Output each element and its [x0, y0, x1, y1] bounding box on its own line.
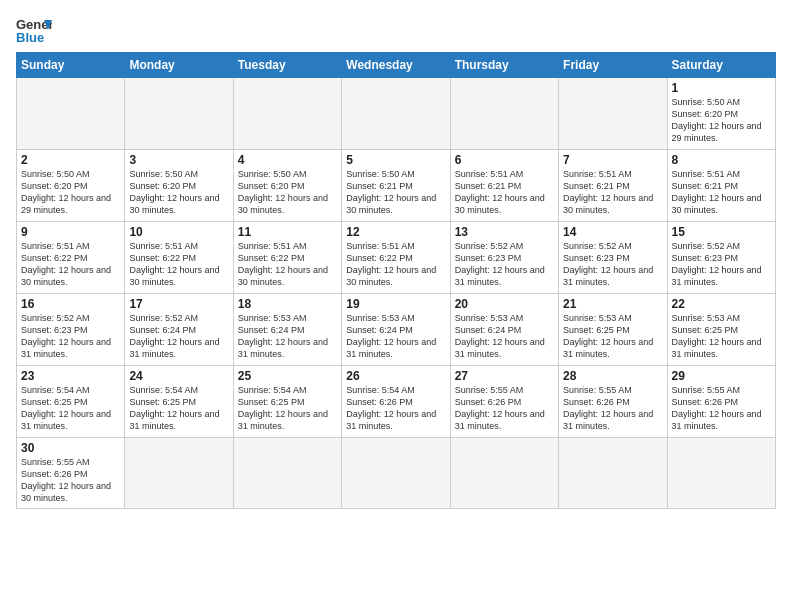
weekday-header-saturday: Saturday: [667, 53, 775, 78]
calendar-cell: 25Sunrise: 5:54 AM Sunset: 6:25 PM Dayli…: [233, 366, 341, 438]
calendar-week-row: 16Sunrise: 5:52 AM Sunset: 6:23 PM Dayli…: [17, 294, 776, 366]
day-number: 24: [129, 369, 228, 383]
calendar-cell: [125, 438, 233, 509]
day-number: 20: [455, 297, 554, 311]
day-info: Sunrise: 5:54 AM Sunset: 6:25 PM Dayligh…: [238, 384, 337, 433]
calendar-cell: [125, 78, 233, 150]
day-info: Sunrise: 5:51 AM Sunset: 6:21 PM Dayligh…: [563, 168, 662, 217]
day-info: Sunrise: 5:52 AM Sunset: 6:23 PM Dayligh…: [455, 240, 554, 289]
day-number: 14: [563, 225, 662, 239]
day-info: Sunrise: 5:50 AM Sunset: 6:20 PM Dayligh…: [238, 168, 337, 217]
calendar-cell: [233, 438, 341, 509]
day-number: 30: [21, 441, 120, 455]
day-info: Sunrise: 5:54 AM Sunset: 6:25 PM Dayligh…: [21, 384, 120, 433]
calendar-cell: 16Sunrise: 5:52 AM Sunset: 6:23 PM Dayli…: [17, 294, 125, 366]
calendar-cell: [342, 438, 450, 509]
calendar-table: SundayMondayTuesdayWednesdayThursdayFrid…: [16, 52, 776, 509]
day-info: Sunrise: 5:53 AM Sunset: 6:25 PM Dayligh…: [563, 312, 662, 361]
day-number: 16: [21, 297, 120, 311]
day-info: Sunrise: 5:50 AM Sunset: 6:21 PM Dayligh…: [346, 168, 445, 217]
calendar-cell: 13Sunrise: 5:52 AM Sunset: 6:23 PM Dayli…: [450, 222, 558, 294]
calendar-cell: [667, 438, 775, 509]
day-info: Sunrise: 5:52 AM Sunset: 6:23 PM Dayligh…: [563, 240, 662, 289]
calendar-cell: 20Sunrise: 5:53 AM Sunset: 6:24 PM Dayli…: [450, 294, 558, 366]
calendar-cell: 22Sunrise: 5:53 AM Sunset: 6:25 PM Dayli…: [667, 294, 775, 366]
calendar-cell: [559, 78, 667, 150]
header: General Blue: [16, 16, 776, 44]
day-info: Sunrise: 5:53 AM Sunset: 6:24 PM Dayligh…: [238, 312, 337, 361]
day-info: Sunrise: 5:53 AM Sunset: 6:24 PM Dayligh…: [346, 312, 445, 361]
day-info: Sunrise: 5:53 AM Sunset: 6:24 PM Dayligh…: [455, 312, 554, 361]
day-number: 15: [672, 225, 771, 239]
day-number: 28: [563, 369, 662, 383]
calendar-week-row: 30Sunrise: 5:55 AM Sunset: 6:26 PM Dayli…: [17, 438, 776, 509]
calendar-cell: 10Sunrise: 5:51 AM Sunset: 6:22 PM Dayli…: [125, 222, 233, 294]
calendar-cell: [450, 438, 558, 509]
calendar-cell: 1Sunrise: 5:50 AM Sunset: 6:20 PM Daylig…: [667, 78, 775, 150]
day-number: 13: [455, 225, 554, 239]
day-number: 19: [346, 297, 445, 311]
day-info: Sunrise: 5:52 AM Sunset: 6:23 PM Dayligh…: [672, 240, 771, 289]
day-info: Sunrise: 5:52 AM Sunset: 6:24 PM Dayligh…: [129, 312, 228, 361]
calendar-week-row: 23Sunrise: 5:54 AM Sunset: 6:25 PM Dayli…: [17, 366, 776, 438]
day-number: 21: [563, 297, 662, 311]
calendar-cell: 28Sunrise: 5:55 AM Sunset: 6:26 PM Dayli…: [559, 366, 667, 438]
day-info: Sunrise: 5:55 AM Sunset: 6:26 PM Dayligh…: [455, 384, 554, 433]
day-info: Sunrise: 5:51 AM Sunset: 6:21 PM Dayligh…: [672, 168, 771, 217]
calendar-cell: [17, 78, 125, 150]
calendar-cell: 8Sunrise: 5:51 AM Sunset: 6:21 PM Daylig…: [667, 150, 775, 222]
calendar-cell: 11Sunrise: 5:51 AM Sunset: 6:22 PM Dayli…: [233, 222, 341, 294]
day-number: 23: [21, 369, 120, 383]
day-number: 1: [672, 81, 771, 95]
day-info: Sunrise: 5:50 AM Sunset: 6:20 PM Dayligh…: [21, 168, 120, 217]
calendar-cell: 7Sunrise: 5:51 AM Sunset: 6:21 PM Daylig…: [559, 150, 667, 222]
day-info: Sunrise: 5:55 AM Sunset: 6:26 PM Dayligh…: [563, 384, 662, 433]
calendar-cell: 24Sunrise: 5:54 AM Sunset: 6:25 PM Dayli…: [125, 366, 233, 438]
day-number: 12: [346, 225, 445, 239]
calendar-cell: 9Sunrise: 5:51 AM Sunset: 6:22 PM Daylig…: [17, 222, 125, 294]
day-number: 29: [672, 369, 771, 383]
day-number: 22: [672, 297, 771, 311]
calendar-cell: 14Sunrise: 5:52 AM Sunset: 6:23 PM Dayli…: [559, 222, 667, 294]
day-number: 27: [455, 369, 554, 383]
day-number: 9: [21, 225, 120, 239]
day-number: 17: [129, 297, 228, 311]
calendar-cell: [342, 78, 450, 150]
logo: General Blue: [16, 16, 52, 44]
calendar-cell: [559, 438, 667, 509]
weekday-header-monday: Monday: [125, 53, 233, 78]
day-info: Sunrise: 5:55 AM Sunset: 6:26 PM Dayligh…: [672, 384, 771, 433]
day-number: 8: [672, 153, 771, 167]
day-number: 4: [238, 153, 337, 167]
day-number: 10: [129, 225, 228, 239]
svg-text:Blue: Blue: [16, 30, 44, 44]
calendar-cell: 23Sunrise: 5:54 AM Sunset: 6:25 PM Dayli…: [17, 366, 125, 438]
day-info: Sunrise: 5:51 AM Sunset: 6:21 PM Dayligh…: [455, 168, 554, 217]
calendar-cell: 12Sunrise: 5:51 AM Sunset: 6:22 PM Dayli…: [342, 222, 450, 294]
calendar-cell: [233, 78, 341, 150]
calendar-cell: [450, 78, 558, 150]
day-number: 7: [563, 153, 662, 167]
day-info: Sunrise: 5:54 AM Sunset: 6:25 PM Dayligh…: [129, 384, 228, 433]
day-info: Sunrise: 5:50 AM Sunset: 6:20 PM Dayligh…: [672, 96, 771, 145]
day-number: 18: [238, 297, 337, 311]
day-info: Sunrise: 5:51 AM Sunset: 6:22 PM Dayligh…: [21, 240, 120, 289]
day-info: Sunrise: 5:51 AM Sunset: 6:22 PM Dayligh…: [346, 240, 445, 289]
day-number: 25: [238, 369, 337, 383]
calendar-cell: 19Sunrise: 5:53 AM Sunset: 6:24 PM Dayli…: [342, 294, 450, 366]
day-number: 2: [21, 153, 120, 167]
weekday-header-sunday: Sunday: [17, 53, 125, 78]
weekday-header-row: SundayMondayTuesdayWednesdayThursdayFrid…: [17, 53, 776, 78]
calendar-cell: 3Sunrise: 5:50 AM Sunset: 6:20 PM Daylig…: [125, 150, 233, 222]
weekday-header-thursday: Thursday: [450, 53, 558, 78]
calendar-cell: 27Sunrise: 5:55 AM Sunset: 6:26 PM Dayli…: [450, 366, 558, 438]
day-info: Sunrise: 5:51 AM Sunset: 6:22 PM Dayligh…: [129, 240, 228, 289]
calendar-cell: 6Sunrise: 5:51 AM Sunset: 6:21 PM Daylig…: [450, 150, 558, 222]
day-info: Sunrise: 5:52 AM Sunset: 6:23 PM Dayligh…: [21, 312, 120, 361]
calendar-cell: 5Sunrise: 5:50 AM Sunset: 6:21 PM Daylig…: [342, 150, 450, 222]
calendar-cell: 26Sunrise: 5:54 AM Sunset: 6:26 PM Dayli…: [342, 366, 450, 438]
weekday-header-wednesday: Wednesday: [342, 53, 450, 78]
calendar-cell: 15Sunrise: 5:52 AM Sunset: 6:23 PM Dayli…: [667, 222, 775, 294]
day-info: Sunrise: 5:55 AM Sunset: 6:26 PM Dayligh…: [21, 456, 120, 505]
day-info: Sunrise: 5:53 AM Sunset: 6:25 PM Dayligh…: [672, 312, 771, 361]
